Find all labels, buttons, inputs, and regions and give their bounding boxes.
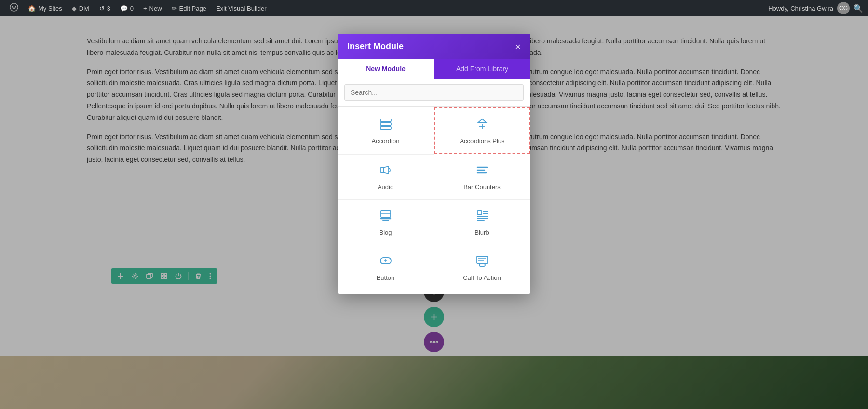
divi-icon: ◆ bbox=[72, 5, 77, 12]
admin-bar-right: Howdy, Christina Gwira CG 🔍 bbox=[768, 2, 863, 14]
module-call-to-action-label: Call To Action bbox=[463, 274, 501, 281]
revisions-count: 3 bbox=[107, 5, 110, 12]
module-item-call-to-action[interactable]: Call To Action bbox=[434, 245, 530, 290]
divi-menu[interactable]: ◆ Divi bbox=[67, 0, 95, 16]
my-sites-label: My Sites bbox=[38, 5, 62, 12]
blurb-icon bbox=[475, 209, 489, 225]
module-blog-label: Blog bbox=[379, 229, 392, 236]
module-blurb-label: Blurb bbox=[475, 229, 489, 236]
svg-rect-21 bbox=[380, 123, 391, 125]
edit-page-button[interactable]: ✏ Edit Page bbox=[167, 0, 211, 16]
modal-title: Insert Module bbox=[347, 41, 404, 52]
module-audio-label: Audio bbox=[378, 184, 393, 191]
comments-menu[interactable]: 💬 0 bbox=[115, 0, 138, 16]
modal-close-button[interactable]: × bbox=[515, 42, 521, 52]
wordpress-icon: W bbox=[10, 3, 18, 14]
module-accordions-plus-label: Accordions Plus bbox=[460, 137, 504, 145]
svg-text:W: W bbox=[12, 5, 16, 10]
divi-label: Divi bbox=[79, 5, 90, 12]
new-plus-icon: + bbox=[143, 5, 147, 12]
module-button-label: Button bbox=[377, 274, 395, 281]
svg-rect-20 bbox=[380, 119, 391, 121]
module-accordion-label: Accordion bbox=[372, 137, 400, 145]
call-to-action-icon bbox=[475, 254, 489, 270]
module-item-button[interactable]: Button bbox=[338, 245, 434, 290]
svg-rect-34 bbox=[477, 211, 482, 215]
svg-marker-26 bbox=[383, 166, 389, 174]
button-icon bbox=[379, 254, 393, 270]
admin-bar: W 🏠 My Sites ◆ Divi ↺ 3 💬 0 + New ✏ Edit… bbox=[0, 0, 868, 16]
module-item-code[interactable]: Code bbox=[434, 290, 530, 294]
my-sites-icon: 🏠 bbox=[28, 5, 36, 12]
svg-rect-46 bbox=[479, 264, 485, 266]
modal-header: Insert Module × bbox=[338, 34, 530, 59]
comments-icon: 💬 bbox=[120, 5, 128, 12]
module-search-input[interactable] bbox=[344, 84, 524, 101]
module-item-blurb[interactable]: Blurb bbox=[434, 200, 530, 245]
module-item-accordion[interactable]: Accordion bbox=[338, 107, 434, 155]
search-icon[interactable]: 🔍 bbox=[854, 4, 863, 13]
module-item-blog[interactable]: Blog bbox=[338, 200, 434, 245]
blog-icon bbox=[379, 209, 393, 225]
svg-rect-30 bbox=[381, 211, 391, 217]
exit-builder-label: Exit Visual Builder bbox=[216, 5, 267, 12]
tab-new-module-label: New Module bbox=[366, 65, 406, 73]
module-item-circle-counter[interactable]: % Circle Counter bbox=[338, 290, 434, 294]
comments-count: 0 bbox=[130, 5, 134, 12]
tab-add-from-library[interactable]: Add From Library bbox=[434, 59, 530, 79]
module-grid: Accordion Accordions Plus bbox=[338, 107, 530, 294]
user-greeting: Howdy, Christina Gwira bbox=[768, 5, 833, 12]
revisions-icon: ↺ bbox=[99, 5, 105, 12]
new-label: New bbox=[149, 5, 162, 12]
tab-new-module[interactable]: New Module bbox=[338, 59, 434, 79]
modal-overlay: Insert Module × New Module Add From Libr… bbox=[0, 0, 868, 409]
modal-tabs: New Module Add From Library bbox=[338, 59, 530, 79]
svg-rect-25 bbox=[380, 168, 383, 172]
insert-module-dialog: Insert Module × New Module Add From Libr… bbox=[338, 34, 530, 294]
edit-page-label: Edit Page bbox=[179, 5, 206, 12]
svg-rect-22 bbox=[380, 127, 391, 129]
exit-builder-button[interactable]: Exit Visual Builder bbox=[211, 0, 271, 16]
modal-search-area bbox=[338, 79, 530, 107]
module-bar-counters-label: Bar Counters bbox=[463, 184, 501, 191]
avatar[interactable]: CG bbox=[837, 2, 850, 14]
wp-logo[interactable]: W bbox=[5, 0, 23, 16]
audio-icon bbox=[379, 163, 393, 180]
new-menu[interactable]: + New bbox=[138, 0, 167, 16]
svg-rect-43 bbox=[477, 256, 488, 263]
bar-counters-icon bbox=[475, 163, 489, 180]
module-item-audio[interactable]: Audio bbox=[338, 155, 434, 200]
module-item-accordions-plus[interactable]: Accordions Plus bbox=[434, 107, 530, 154]
my-sites-menu[interactable]: 🏠 My Sites bbox=[23, 0, 67, 16]
revisions-menu[interactable]: ↺ 3 bbox=[95, 0, 115, 16]
accordions-plus-icon bbox=[475, 117, 489, 133]
tab-add-library-label: Add From Library bbox=[456, 65, 508, 73]
edit-icon: ✏ bbox=[172, 5, 177, 12]
accordion-icon bbox=[379, 117, 393, 133]
module-item-bar-counters[interactable]: Bar Counters bbox=[434, 155, 530, 200]
